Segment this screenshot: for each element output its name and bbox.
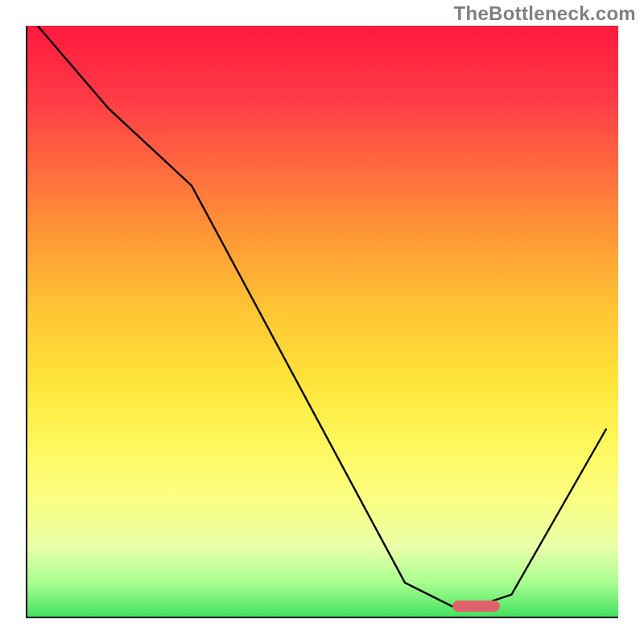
bottleneck-chart: TheBottleneck.com [0, 0, 644, 644]
y-axis [26, 26, 27, 618]
optimal-range-marker [452, 601, 500, 612]
plot-area [26, 26, 618, 618]
watermark-text: TheBottleneck.com [454, 2, 636, 25]
performance-curve [26, 26, 618, 618]
x-axis [26, 617, 618, 618]
